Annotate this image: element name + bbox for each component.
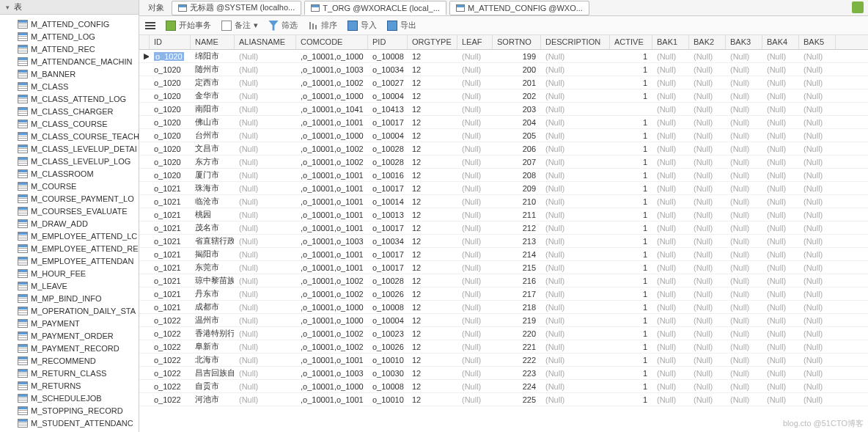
table-item[interactable]: M_STOPPING_RECORD bbox=[0, 404, 139, 417]
table-row[interactable]: o_1022香港特别行(Null),o_10001,o_1002o_100231… bbox=[139, 327, 868, 340]
table-row[interactable]: o_1022河池市(Null),o_10001,o_1001o_1001012(… bbox=[139, 393, 868, 406]
table-item-label: M_EMPLOYEE_ATTEND_LC bbox=[31, 232, 137, 241]
grid-body[interactable]: ▶o_1020绵阳市(Null),o_10001,o_1000o_1000812… bbox=[139, 50, 868, 406]
table-row[interactable]: o_1020金华市(Null),o_10001,o_1000o_1000412(… bbox=[139, 89, 868, 103]
table-row[interactable]: o_1020厦门市(Null),o_10001,o_1001o_1001612(… bbox=[139, 169, 868, 182]
table-item[interactable]: M_ATTEND_CONFIG bbox=[0, 18, 139, 30]
table-icon bbox=[18, 282, 28, 290]
table-item[interactable]: M_CLASSROOM bbox=[0, 167, 139, 180]
sort-icon bbox=[308, 21, 318, 31]
table-row[interactable]: o_1020随州市(Null),o_10001,o_1003o_1003412(… bbox=[139, 63, 868, 76]
table-item[interactable]: M_COURSE_PAYMENT_LO bbox=[0, 192, 139, 205]
table-item[interactable]: M_PAYMENT bbox=[0, 317, 139, 329]
main-area: 对象 无标题 @SYSTEM (localho...T_ORG @WXORACL… bbox=[139, 0, 868, 432]
col-name[interactable]: NAME bbox=[191, 35, 235, 49]
table-item[interactable]: M_EMPLOYEE_ATTENDAN bbox=[0, 255, 139, 267]
tab-label: T_ORG @WXORACLE (local_... bbox=[323, 4, 440, 12]
table-row[interactable]: o_1020台州市(Null),o_10001,o_1000o_1000412(… bbox=[139, 129, 868, 142]
col-description[interactable]: DESCRIPTION bbox=[541, 35, 610, 49]
table-row[interactable]: o_1020南阳市(Null),o_10001,o_1041o_1041312(… bbox=[139, 103, 868, 116]
table-item-label: M_CLASS_ATTEND_LOG bbox=[31, 95, 126, 103]
table-row[interactable]: o_1021茂名市(Null),o_10001,o_1001o_1001712(… bbox=[139, 222, 868, 235]
table-row[interactable]: o_1021丹东市(Null),o_10001,o_1002o_1002612(… bbox=[139, 288, 868, 301]
col-id[interactable]: ID bbox=[150, 35, 191, 49]
table-row[interactable]: o_1020定西市(Null),o_10001,o_1002o_1002712(… bbox=[139, 76, 868, 89]
col-bak5[interactable]: BAK5 bbox=[799, 35, 836, 49]
table-row[interactable]: o_1021东莞市(Null),o_10001,o_1001o_1001712(… bbox=[139, 261, 868, 274]
tab[interactable]: 无标题 @SYSTEM (localho... bbox=[172, 1, 301, 15]
col-sortno[interactable]: SORTNO bbox=[493, 35, 541, 49]
tab[interactable]: M_ATTEND_CONFIG @WXO... bbox=[449, 1, 589, 15]
table-row[interactable]: o_1021琼中黎苗族(Null),o_10001,o_1002o_100281… bbox=[139, 274, 868, 288]
table-icon bbox=[18, 132, 28, 141]
table-row[interactable]: o_1021桃园(Null),o_10001,o_1001o_1001312(N… bbox=[139, 208, 868, 222]
table-row[interactable]: o_1021珠海市(Null),o_10001,o_1001o_1001712(… bbox=[139, 182, 868, 195]
table-icon bbox=[18, 307, 28, 315]
table-item[interactable]: M_ATTENDANCE_MACHIN bbox=[0, 55, 139, 67]
col-bak3[interactable]: BAK3 bbox=[726, 35, 762, 49]
col-comcode[interactable]: COMCODE bbox=[296, 35, 368, 49]
table-row[interactable]: o_1020佛山市(Null),o_10001,o_1001o_1001712(… bbox=[139, 116, 868, 129]
note-button[interactable]: 备注 ▾ bbox=[221, 20, 258, 31]
filter-button[interactable]: 筛选 bbox=[268, 20, 298, 31]
table-row[interactable]: o_1020文昌市(Null),o_10001,o_1002o_1002812(… bbox=[139, 142, 868, 155]
table-row[interactable]: o_1021揭阳市(Null),o_10001,o_1001o_1001712(… bbox=[139, 248, 868, 261]
table-item[interactable]: M_COURSE bbox=[0, 180, 139, 192]
table-row[interactable]: o_1021临沧市(Null),o_10001,o_1001o_1001412(… bbox=[139, 195, 868, 208]
table-item[interactable]: M_ATTEND_REC bbox=[0, 43, 139, 55]
table-item[interactable]: M_COURSES_EVALUATE bbox=[0, 205, 139, 217]
table-item[interactable]: M_EMPLOYEE_ATTEND_LC bbox=[0, 230, 139, 242]
table-item-label: M_STOPPING_RECORD bbox=[31, 406, 123, 415]
sort-button[interactable]: 排序 bbox=[308, 20, 337, 31]
col-active[interactable]: ACTIVE bbox=[610, 35, 652, 49]
table-item[interactable]: M_CLASS_ATTEND_LOG bbox=[0, 92, 139, 105]
table-row[interactable]: o_1022昌吉回族自(Null),o_10001,o_1003o_100301… bbox=[139, 367, 868, 380]
table-item[interactable]: M_BANNER bbox=[0, 67, 139, 80]
table-item[interactable]: M_RETURN_CLASS bbox=[0, 367, 139, 379]
col-bak4[interactable]: BAK4 bbox=[762, 35, 799, 49]
menu-icon[interactable] bbox=[145, 22, 155, 29]
table-row[interactable]: ▶o_1020绵阳市(Null),o_10001,o_1000o_1000812… bbox=[139, 50, 868, 63]
table-row[interactable]: o_1022温州市(Null),o_10001,o_1000o_1000412(… bbox=[139, 314, 868, 327]
table-row[interactable]: o_1021成都市(Null),o_10001,o_1000o_1000812(… bbox=[139, 301, 868, 314]
tab[interactable]: T_ORG @WXORACLE (local_... bbox=[304, 1, 446, 15]
table-row[interactable]: o_1022北海市(Null),o_10001,o_1001o_1001012(… bbox=[139, 354, 868, 367]
export-button[interactable]: 导出 bbox=[387, 20, 416, 31]
table-item[interactable]: M_RETURNS bbox=[0, 379, 139, 392]
col-aliasname[interactable]: ALIASNAME bbox=[235, 35, 296, 49]
table-item[interactable]: M_CLASS_LEVELUP_DETAI bbox=[0, 142, 139, 155]
table-row[interactable]: o_1022阜新市(Null),o_10001,o_1002o_1002612(… bbox=[139, 340, 868, 354]
col-orgtype[interactable]: ORGTYPE bbox=[408, 35, 457, 49]
col-leaf[interactable]: LEAF bbox=[457, 35, 493, 49]
table-item[interactable]: M_ATTEND_LOG bbox=[0, 30, 139, 43]
table-item[interactable]: M_CLASS bbox=[0, 80, 139, 92]
table-item[interactable]: M_LEAVE bbox=[0, 279, 139, 292]
table-item[interactable]: M_RECOMMEND bbox=[0, 354, 139, 367]
table-item[interactable]: M_DRAW_ADD bbox=[0, 217, 139, 230]
table-item[interactable]: M_MP_BIND_INFO bbox=[0, 292, 139, 304]
table-item[interactable]: M_PAYMENT_RECORD bbox=[0, 342, 139, 354]
table-icon bbox=[18, 182, 28, 191]
table-item[interactable]: M_CLASS_COURSE_TEACH bbox=[0, 130, 139, 142]
table-item[interactable]: M_OPERATION_DAILY_STA bbox=[0, 304, 139, 317]
table-item[interactable]: M_EMPLOYEE_ATTEND_RE bbox=[0, 242, 139, 255]
table-row[interactable]: o_1021省直辖行政(Null),o_10001,o_1003o_100341… bbox=[139, 235, 868, 248]
import-button[interactable]: 导入 bbox=[347, 20, 377, 31]
table-item[interactable]: M_HOUR_FEE bbox=[0, 267, 139, 279]
col-bak1[interactable]: BAK1 bbox=[652, 35, 689, 49]
col-bak2[interactable]: BAK2 bbox=[689, 35, 726, 49]
table-row[interactable]: o_1022自贡市(Null),o_10001,o_1000o_1000812(… bbox=[139, 380, 868, 393]
table-item[interactable]: M_PAYMENT_ORDER bbox=[0, 329, 139, 342]
table-icon bbox=[18, 294, 28, 303]
table-row[interactable]: o_1020东方市(Null),o_10001,o_1002o_1002812(… bbox=[139, 155, 868, 169]
begin-transaction-button[interactable]: 开始事务 bbox=[166, 20, 211, 31]
table-item[interactable]: M_CLASS_CHARGER bbox=[0, 105, 139, 117]
new-tab-icon[interactable] bbox=[852, 1, 864, 13]
table-item-label: M_STUDENT_ATTENDANC bbox=[31, 419, 133, 428]
table-item[interactable]: M_CLASS_COURSE bbox=[0, 117, 139, 130]
col-pid[interactable]: PID bbox=[368, 35, 408, 49]
table-item[interactable]: M_STUDENT_ATTENDANC bbox=[0, 417, 139, 429]
table-item[interactable]: M_SCHEDULEJOB bbox=[0, 392, 139, 404]
collapse-icon[interactable]: ▾ bbox=[6, 4, 10, 11]
table-item[interactable]: M_CLASS_LEVELUP_LOG bbox=[0, 155, 139, 167]
